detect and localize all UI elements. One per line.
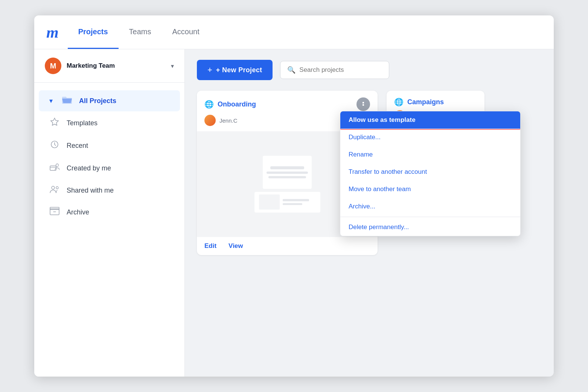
tab-projects[interactable]: Projects bbox=[68, 15, 119, 49]
chevron-down-icon: ▾ bbox=[171, 62, 174, 70]
sidebar-item-archive[interactable]: Archive bbox=[39, 202, 180, 223]
project-card-onboarding: 🌐 Onboarding Jenn.C bbox=[197, 91, 378, 255]
context-menu-item-rename[interactable]: Rename bbox=[340, 146, 520, 163]
context-menu-item-transfer[interactable]: Transfer to another account bbox=[340, 163, 520, 181]
svg-point-4 bbox=[56, 187, 58, 189]
new-project-button[interactable]: + + New Project bbox=[197, 60, 273, 80]
app-window: m Projects Teams Account M Marketing Tea… bbox=[34, 15, 554, 377]
menu-divider bbox=[340, 217, 520, 217]
content-area: M Marketing Team ▾ ▾ All Projects bbox=[34, 49, 554, 377]
more-options-button[interactable] bbox=[356, 97, 370, 111]
campaigns-header: 🌐 Campaigns bbox=[387, 91, 484, 110]
person-folder-icon bbox=[49, 163, 60, 174]
app-logo: m bbox=[46, 24, 59, 40]
team-avatar: M bbox=[45, 58, 61, 74]
sidebar-item-recent-label: Recent bbox=[67, 142, 88, 150]
globe-icon: 🌐 bbox=[204, 100, 214, 109]
people-icon bbox=[49, 185, 60, 196]
search-input[interactable] bbox=[299, 66, 382, 74]
sidebar-item-recent[interactable]: Recent bbox=[39, 135, 180, 156]
star-icon bbox=[49, 117, 60, 129]
clock-icon bbox=[49, 140, 60, 151]
user-name: Jenn.C bbox=[219, 117, 238, 124]
archive-icon bbox=[49, 207, 60, 217]
card-title-row: 🌐 Onboarding bbox=[204, 100, 256, 109]
plus-icon: + bbox=[207, 65, 212, 75]
search-box[interactable]: 🔍 bbox=[280, 61, 389, 79]
view-button[interactable]: View bbox=[228, 242, 243, 250]
sidebar-item-created-by-me[interactable]: Created by me bbox=[39, 157, 180, 179]
nav-tabs: Projects Teams Account bbox=[68, 15, 210, 49]
context-menu-item-delete[interactable]: Delete permanently... bbox=[340, 219, 520, 236]
tab-account[interactable]: Account bbox=[162, 15, 210, 49]
folder-open-icon bbox=[62, 96, 72, 106]
card-title-onboarding: Onboarding bbox=[218, 100, 256, 108]
context-menu-item-archive[interactable]: Archive... bbox=[340, 198, 520, 215]
sidebar-item-shared-with-me-label: Shared with me bbox=[67, 187, 114, 194]
team-name: Marketing Team bbox=[67, 62, 166, 70]
context-menu-item-duplicate[interactable]: Duplicate... bbox=[340, 129, 520, 146]
new-project-label: + New Project bbox=[216, 66, 262, 74]
sidebar: M Marketing Team ▾ ▾ All Projects bbox=[34, 49, 185, 377]
top-nav: m Projects Teams Account bbox=[34, 15, 554, 49]
context-menu: Allow use as template Duplicate... Renam… bbox=[340, 111, 521, 236]
search-icon: 🔍 bbox=[287, 66, 296, 74]
sidebar-item-templates[interactable]: Templates bbox=[39, 112, 180, 134]
sidebar-item-all-projects[interactable]: ▾ All Projects bbox=[39, 90, 180, 111]
globe-icon-campaigns: 🌐 bbox=[394, 97, 404, 106]
preview-inner bbox=[254, 156, 320, 213]
campaigns-title: Campaigns bbox=[407, 98, 444, 106]
card-actions: Edit View bbox=[197, 237, 378, 255]
sidebar-item-shared-with-me[interactable]: Shared with me bbox=[39, 180, 180, 201]
context-menu-overlay: Allow use as template Duplicate... Renam… bbox=[340, 111, 521, 236]
context-menu-item-allow-template[interactable]: Allow use as template bbox=[340, 111, 520, 129]
svg-rect-6 bbox=[50, 207, 59, 210]
sidebar-nav: ▾ All Projects bbox=[34, 83, 184, 230]
svg-point-2 bbox=[56, 164, 59, 167]
context-menu-item-move[interactable]: Move to another team bbox=[340, 181, 520, 198]
sidebar-item-archive-label: Archive bbox=[67, 208, 89, 216]
tab-teams[interactable]: Teams bbox=[119, 15, 162, 49]
svg-point-3 bbox=[52, 186, 55, 189]
edit-button[interactable]: Edit bbox=[204, 242, 216, 250]
avatar bbox=[204, 115, 216, 126]
main-toolbar: + + New Project 🔍 bbox=[197, 60, 542, 80]
main-content: + + New Project 🔍 🌐 Onboarding bbox=[185, 49, 554, 377]
expand-arrow-icon: ▾ bbox=[49, 97, 53, 105]
sidebar-item-all-projects-label: All Projects bbox=[79, 97, 116, 105]
sidebar-item-templates-label: Templates bbox=[67, 119, 97, 127]
team-selector[interactable]: M Marketing Team ▾ bbox=[34, 49, 184, 83]
sidebar-item-created-by-me-label: Created by me bbox=[67, 164, 111, 172]
